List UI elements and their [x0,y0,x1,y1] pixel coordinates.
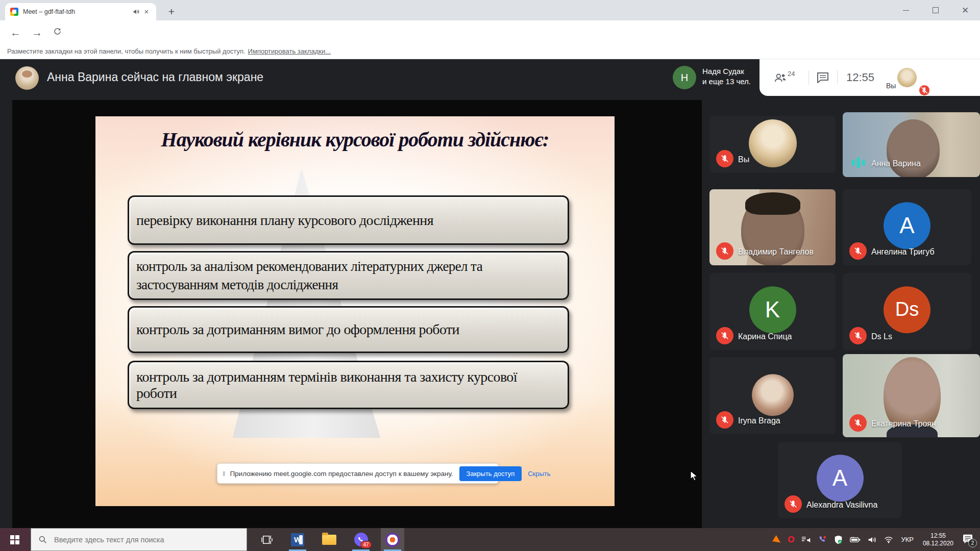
close-window-button[interactable]: ✕ [950,0,980,20]
screen-share-stage: Науковий керівник курсової роботи здійсн… [12,100,702,528]
system-tray: O УКР 12:55 08.12.2020 [768,528,980,551]
taskbar-time: 12:55 [923,532,953,540]
you-label: Вы [886,82,896,90]
battery-icon[interactable] [850,536,861,543]
taskbar-search[interactable] [31,528,247,551]
mic-muted-icon [716,242,733,260]
word-taskbar-icon[interactable]: W [286,528,309,551]
wifi-icon[interactable] [884,536,893,543]
participant-name: Екатерина Троян [871,419,936,429]
hide-notice-link[interactable]: Скрыть [528,470,550,478]
panel-divider [808,70,809,85]
restore-button[interactable] [921,0,950,20]
chat-button[interactable] [817,59,829,96]
forward-button[interactable]: → [32,27,42,37]
tab-close-button[interactable]: × [142,7,151,16]
presenter-avatar [15,66,39,90]
viber-taskbar-icon[interactable]: 47 [349,528,373,551]
browser-taskbar-icon[interactable] [381,528,404,551]
participant-tile[interactable]: A Alexandra Vasilivna [778,442,902,518]
mic-muted-icon [716,411,733,429]
reload-button[interactable] [53,27,62,38]
slide-title: Науковий керівник курсової роботи здійсн… [95,128,615,152]
start-button[interactable] [0,528,30,551]
participant-tile-you[interactable]: Вы [709,116,836,173]
windows-taskbar: W 47 O [0,528,980,551]
slide-bar: перевірку виконання плану курсового досл… [128,195,569,245]
stop-sharing-button[interactable]: Закрыть доступ [459,466,522,481]
mouse-cursor [690,470,699,484]
participants-button[interactable]: 24 [774,59,795,96]
participant-name: Владимир Тангелов [738,247,814,257]
viber-tray-icon[interactable] [818,535,827,544]
participant-tile[interactable]: A Ангелина Тригуб [843,189,971,265]
tab-title: Meet – gdf-ftaf-tdh [23,8,131,15]
participant-tile[interactable]: Владимир Тангелов [709,189,836,265]
participant-name: Анна Варина [871,159,921,168]
taskbar-clock[interactable]: 12:55 08.12.2020 [923,532,953,547]
share-notice-text: Приложению meet.google.com предоставлен … [230,470,453,478]
avatar: K [749,286,796,333]
participant-tile[interactable]: K Карина Спица [709,273,836,350]
search-input[interactable] [53,535,229,544]
speaker-chip[interactable]: Надя Судак и еще 13 чел. [702,66,751,87]
presenter-banner: Анна Варина сейчас на главном экране [47,70,263,84]
avast-tray-icon[interactable] [772,535,780,544]
participant-tile[interactable]: Ds Ds Ls [843,273,971,350]
task-view-button[interactable] [255,528,279,551]
bookmarks-bar: Разместите закладки на этой панели, чтоб… [0,43,980,59]
file-explorer-icon[interactable] [317,528,341,551]
mic-muted-icon [716,327,733,344]
participant-name: Ангелина Тригуб [871,247,935,257]
speaker-chip-others: и еще 13 чел. [702,77,751,87]
mic-muted-icon [716,150,733,167]
browser-tab-strip: Meet – gdf-ftaf-tdh × + ✕ [0,0,980,20]
windows-logo-icon [10,535,19,544]
language-indicator[interactable]: УКР [901,536,914,543]
panel-divider [837,70,838,85]
import-bookmarks-link[interactable]: Импортировать закладки... [248,47,331,55]
participant-tile[interactable]: Анна Варина [843,112,980,177]
mic-muted-icon [849,327,867,344]
volume-icon[interactable] [868,536,877,544]
avatar: A [884,202,930,249]
participant-name: Карина Спица [738,332,792,341]
participants-count: 24 [788,70,795,78]
window-controls: ✕ [891,0,980,20]
you-mic-muted-icon[interactable] [919,85,930,96]
taskbar-date: 08.12.2020 [923,540,953,547]
avatar: Ds [884,286,930,333]
minimize-button[interactable] [891,0,921,20]
participant-tile[interactable]: Iryna Braga [709,357,836,434]
speaker-chip-avatar[interactable]: Н [673,66,696,89]
participant-name: Iryna Braga [738,416,780,425]
new-tab-button[interactable]: + [164,5,179,19]
meeting-clock: 12:55 [846,59,874,96]
browser-toolbar: ← → meet.google.com/gdf-ftaf-tdh × ☆ AB … [0,20,980,43]
you-avatar[interactable] [897,68,917,87]
slide-bar: контроль за дотриманням термінів виконан… [128,361,569,409]
bookmarks-hint: Разместите закладки на этой панели, чтоб… [7,47,246,55]
mic-muted-icon [849,242,867,260]
search-icon [38,535,47,544]
meet-top-panel: 24 12:55 Вы [760,59,980,96]
opera-tray-icon[interactable]: O [788,535,794,545]
presentation-slide: Науковий керівник курсової роботи здійсн… [95,116,615,506]
volume-mixer-icon[interactable] [801,536,811,544]
speaking-indicator-icon [852,157,865,169]
action-center-button[interactable]: 2 [963,534,973,545]
participant-video [887,119,940,177]
slide-bar: контроль за дотриманням вимог до оформле… [128,306,569,353]
browser-tab[interactable]: Meet – gdf-ftaf-tdh × [5,3,156,20]
avatar [749,119,797,167]
speaker-chip-name: Надя Судак [702,66,751,77]
meet-favicon [10,8,18,16]
back-button[interactable]: ← [10,27,21,37]
drag-handle[interactable]: ‖ [223,470,226,478]
avatar [752,374,794,416]
defender-tray-icon[interactable] [834,535,843,544]
mic-muted-icon [785,495,802,513]
tab-audio-icon[interactable] [133,8,140,15]
participant-tile[interactable]: Екатерина Троян [843,354,980,437]
participant-name: Ds Ls [871,332,892,341]
